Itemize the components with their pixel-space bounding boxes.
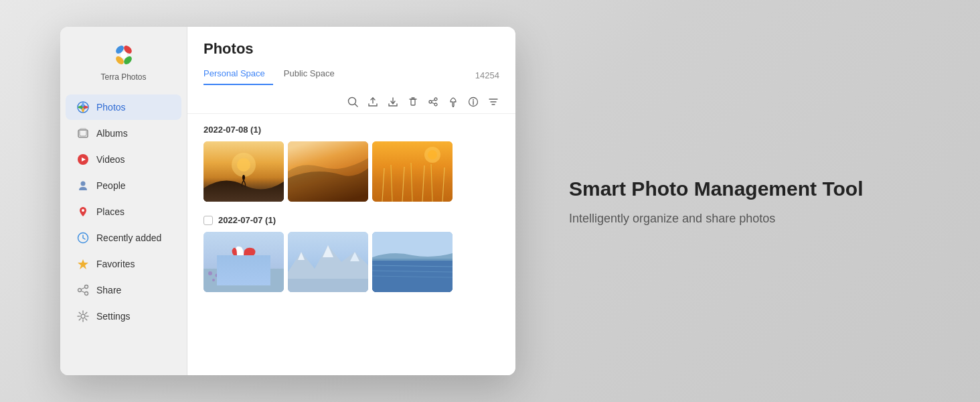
- toolbar: [187, 90, 515, 114]
- sidebar-item-places[interactable]: Places: [66, 199, 181, 224]
- svg-point-55: [216, 274, 219, 277]
- svg-point-33: [473, 99, 474, 100]
- app-logo: [109, 40, 139, 70]
- photos-icon: [76, 100, 90, 114]
- svg-rect-53: [203, 269, 284, 292]
- tab-personal-space[interactable]: Personal Space: [203, 66, 273, 85]
- sidebar-label-settings: Settings: [96, 311, 131, 322]
- sidebar-label-albums: Albums: [96, 128, 128, 139]
- svg-point-40: [242, 175, 245, 180]
- main-content: Photos Personal Space Public Space 14254: [187, 27, 515, 375]
- date-label-2: 2022-07-07 (1): [218, 215, 276, 225]
- info-icon[interactable]: [467, 96, 479, 108]
- svg-point-26: [434, 98, 437, 100]
- date-label-row-1: 2022-07-08 (1): [203, 125, 499, 135]
- tabs-row: Personal Space Public Space 14254: [203, 66, 499, 85]
- photo-grid-2: [203, 232, 499, 292]
- share-toolbar-icon[interactable]: [427, 96, 439, 108]
- tabs: Personal Space Public Space: [203, 66, 343, 85]
- settings-icon: [76, 310, 90, 323]
- svg-point-58: [218, 277, 222, 281]
- photo-grid-container: 2022-07-08 (1): [187, 114, 515, 375]
- date-group-2: 2022-07-07 (1): [203, 215, 499, 292]
- svg-point-17: [85, 292, 88, 295]
- svg-rect-61: [288, 279, 368, 292]
- svg-point-12: [82, 209, 84, 212]
- svg-point-28: [434, 103, 437, 106]
- logo-area: Terra Photos: [60, 27, 187, 91]
- app-name: Terra Photos: [100, 72, 146, 82]
- svg-point-39: [237, 158, 250, 172]
- sidebar-label-people: People: [96, 180, 126, 191]
- photo-thumb-dune[interactable]: [288, 141, 368, 202]
- sidebar-item-settings[interactable]: Settings: [66, 304, 181, 329]
- places-icon: [76, 205, 90, 218]
- date-checkbox-2[interactable]: [203, 216, 213, 225]
- delete-icon[interactable]: [407, 96, 419, 108]
- marketing-title: Smart Photo Management Tool: [569, 177, 863, 201]
- marketing-subtitle: Intelligently organize and share photos: [569, 212, 775, 226]
- photo-thumb-desert[interactable]: [203, 141, 284, 202]
- main-header: Photos Personal Space Public Space 14254: [187, 27, 515, 90]
- svg-line-19: [81, 291, 85, 293]
- photo-thumb-ocean[interactable]: [372, 232, 453, 292]
- svg-line-29: [432, 100, 434, 101]
- svg-marker-14: [78, 259, 88, 269]
- svg-point-16: [78, 289, 82, 292]
- pin-icon[interactable]: [447, 96, 459, 108]
- date-group-1: 2022-07-08 (1): [203, 125, 499, 202]
- svg-point-15: [85, 285, 88, 289]
- albums-icon: [76, 127, 90, 140]
- svg-line-30: [432, 103, 434, 104]
- photo-thumb-mountain[interactable]: [288, 232, 368, 292]
- favorites-icon: [76, 257, 90, 271]
- app-window: Terra Photos Photos: [60, 27, 515, 375]
- sidebar: Terra Photos Photos: [60, 27, 187, 375]
- date-label-1: 2022-07-08 (1): [203, 125, 261, 135]
- sidebar-label-videos: Videos: [96, 154, 125, 165]
- sidebar-item-people[interactable]: People: [66, 173, 181, 198]
- svg-point-4: [120, 52, 127, 58]
- filter-icon[interactable]: [487, 96, 499, 108]
- search-toolbar-icon[interactable]: [347, 96, 359, 108]
- sidebar-item-share[interactable]: Share: [66, 277, 181, 303]
- sidebar-label-photos: Photos: [96, 102, 126, 113]
- svg-rect-23: [411, 99, 415, 105]
- recently-added-icon: [76, 231, 90, 245]
- tab-public-space[interactable]: Public Space: [284, 66, 343, 85]
- svg-point-11: [81, 182, 86, 186]
- date-label-row-2: 2022-07-07 (1): [203, 215, 499, 225]
- sidebar-item-photos[interactable]: Photos: [66, 94, 181, 120]
- photo-thumb-umbrella[interactable]: [203, 232, 284, 292]
- svg-point-20: [81, 314, 85, 318]
- sidebar-label-favorites: Favorites: [96, 259, 135, 269]
- upload-icon[interactable]: [367, 96, 379, 108]
- photo-grid-1: [203, 141, 499, 202]
- svg-point-57: [212, 279, 215, 281]
- people-icon: [76, 179, 90, 192]
- sidebar-label-places: Places: [96, 206, 125, 217]
- sidebar-label-recently-added: Recently added: [96, 232, 161, 243]
- svg-point-27: [429, 100, 432, 103]
- sidebar-item-recently-added[interactable]: Recently added: [66, 225, 181, 251]
- svg-line-22: [355, 104, 357, 107]
- download-icon[interactable]: [387, 96, 399, 108]
- svg-point-51: [428, 150, 437, 159]
- sidebar-item-videos[interactable]: Videos: [66, 147, 181, 172]
- sidebar-item-albums[interactable]: Albums: [66, 121, 181, 146]
- marketing-section: Smart Photo Management Tool Intelligentl…: [515, 177, 980, 226]
- sidebar-label-share: Share: [96, 285, 121, 295]
- sidebar-item-favorites[interactable]: Favorites: [66, 251, 181, 277]
- photo-thumb-wheat[interactable]: [372, 141, 453, 202]
- sidebar-nav: Photos Albums: [60, 91, 187, 332]
- svg-point-56: [225, 270, 229, 274]
- videos-icon: [76, 153, 90, 166]
- svg-point-54: [208, 271, 212, 275]
- photo-count: 14254: [475, 70, 499, 80]
- svg-line-18: [81, 287, 85, 289]
- page-title: Photos: [203, 40, 499, 58]
- share-icon: [76, 283, 90, 297]
